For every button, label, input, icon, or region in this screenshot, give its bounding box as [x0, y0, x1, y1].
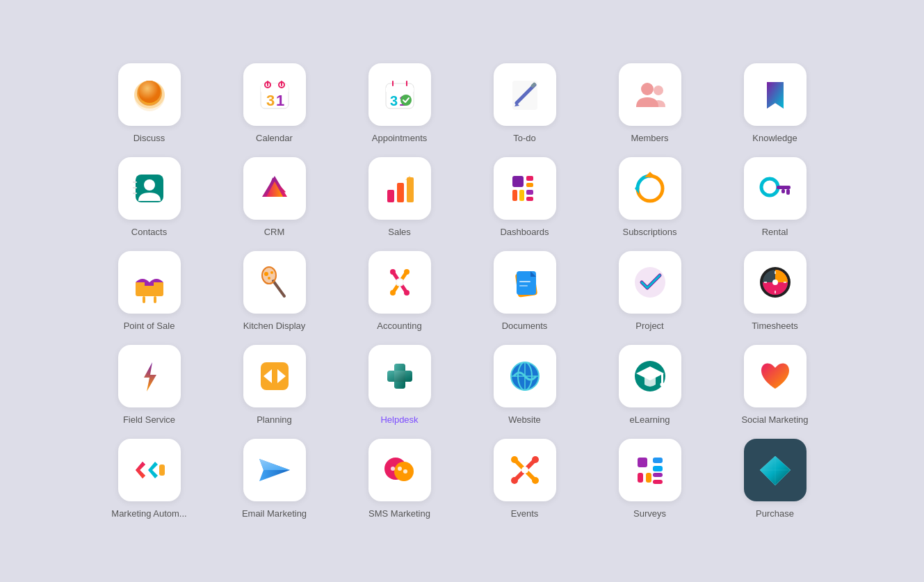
app-label-socialmarketing: Social Marketing [741, 414, 808, 425]
svg-point-59 [268, 277, 270, 280]
svg-rect-97 [159, 464, 165, 476]
svg-point-47 [761, 179, 778, 195]
svg-point-107 [511, 456, 518, 463]
svg-rect-19 [392, 81, 394, 86]
svg-marker-45 [645, 172, 656, 177]
app-icon-emailmarketing [243, 439, 306, 501]
app-label-appointments: Appointments [372, 133, 428, 143]
app-surveys[interactable]: Surveys [594, 439, 706, 519]
app-emailmarketing[interactable]: Email Marketing [219, 439, 330, 519]
app-label-dashboards: Dashboards [500, 227, 549, 237]
app-subscriptions[interactable]: Subscriptions [594, 157, 706, 237]
app-accounting[interactable]: Accounting [344, 251, 455, 331]
app-label-documents: Documents [502, 321, 548, 331]
app-helpdesk[interactable]: Helpdesk [344, 345, 455, 425]
app-rental[interactable]: Rental [720, 157, 831, 237]
app-icon-fieldservice [118, 345, 181, 407]
app-label-accounting: Accounting [377, 321, 421, 331]
app-label-discuss: Discuss [133, 133, 165, 143]
app-icon-planning [243, 345, 306, 407]
app-icon-appointments: 3 1 [368, 63, 431, 126]
app-icon-kitchendisplay [243, 251, 306, 314]
app-pos[interactable]: Point of Sale [94, 251, 205, 331]
svg-rect-118 [653, 480, 663, 484]
app-todo[interactable]: To-do [469, 63, 581, 143]
app-members[interactable]: Members [594, 63, 706, 143]
app-icon-project [619, 251, 681, 314]
svg-rect-87 [387, 371, 412, 382]
app-icon-pos [118, 251, 181, 314]
app-documents[interactable]: Documents [469, 251, 581, 331]
svg-rect-41 [512, 190, 517, 201]
svg-point-25 [641, 83, 654, 95]
svg-rect-52 [136, 282, 163, 286]
svg-rect-50 [781, 189, 785, 193]
svg-rect-36 [397, 183, 404, 202]
svg-point-28 [144, 179, 155, 191]
svg-rect-44 [526, 197, 533, 201]
app-icon-rental [744, 157, 807, 220]
svg-rect-48 [777, 186, 791, 189]
app-icon-documents [494, 251, 556, 314]
app-icon-helpdesk [368, 345, 431, 407]
app-dashboards[interactable]: Dashboards [469, 157, 581, 237]
app-icon-timesheets [744, 251, 807, 314]
svg-point-102 [391, 467, 395, 471]
app-label-marketingautom: Marketing Autom... [111, 508, 186, 519]
app-label-contacts: Contacts [131, 227, 167, 237]
app-crm[interactable]: CRM [219, 157, 330, 237]
svg-rect-49 [786, 189, 790, 195]
app-sales[interactable]: Sales [344, 157, 455, 237]
app-label-website: Website [508, 414, 541, 425]
svg-rect-13 [281, 81, 282, 86]
app-purchase[interactable]: Purchase [720, 439, 831, 519]
app-icon-crm [243, 157, 306, 220]
svg-rect-30 [133, 187, 137, 188]
app-label-todo: To-do [513, 133, 536, 143]
svg-text:3: 3 [390, 93, 398, 108]
app-appointments[interactable]: 3 1 Appointments [344, 63, 455, 143]
svg-rect-39 [526, 176, 533, 181]
svg-rect-114 [653, 466, 663, 471]
app-discuss[interactable]: Discuss [94, 63, 205, 143]
app-timesheets[interactable]: Timesheets [720, 251, 831, 331]
app-website[interactable]: Website [469, 345, 581, 425]
app-project[interactable]: Project [594, 251, 706, 331]
svg-rect-54 [154, 296, 156, 303]
app-icon-subscriptions [619, 157, 681, 220]
app-icon-marketingautom [118, 439, 181, 501]
svg-rect-71 [519, 285, 528, 286]
svg-point-104 [403, 469, 407, 474]
app-elearning[interactable]: eLearning [594, 345, 706, 425]
app-icon-purchase [744, 439, 807, 501]
app-fieldservice[interactable]: Field Service [94, 345, 205, 425]
svg-point-96 [660, 382, 664, 387]
app-label-purchase: Purchase [756, 508, 794, 519]
svg-point-65 [404, 269, 410, 275]
app-socialmarketing[interactable]: Social Marketing [720, 345, 831, 425]
app-marketingautom[interactable]: Marketing Autom... [94, 439, 205, 519]
svg-rect-31 [133, 193, 137, 194]
svg-point-111 [521, 467, 528, 474]
svg-text:1: 1 [276, 92, 284, 109]
app-label-planning: Planning [257, 414, 292, 425]
svg-point-108 [532, 456, 539, 463]
app-kitchendisplay[interactable]: Kitchen Display [219, 251, 330, 331]
app-smsmarketing[interactable]: SMS Marketing [344, 439, 455, 519]
app-icon-members [619, 63, 681, 126]
svg-rect-53 [143, 296, 145, 303]
app-icon-accounting [368, 251, 431, 314]
app-calendar[interactable]: 3 1 Calendar [219, 63, 330, 143]
app-label-project: Project [635, 321, 663, 331]
svg-point-26 [654, 86, 663, 95]
app-icon-elearning [619, 345, 681, 407]
app-knowledge[interactable]: Knowledge [720, 63, 831, 143]
app-events[interactable]: Events [469, 439, 581, 519]
app-contacts[interactable]: Contacts [94, 157, 205, 237]
app-icon-contacts [118, 157, 181, 220]
svg-text:3: 3 [266, 92, 275, 109]
app-label-sales: Sales [388, 227, 411, 237]
app-planning[interactable]: Planning [219, 345, 330, 425]
svg-point-75 [772, 280, 778, 285]
app-icon-smsmarketing [368, 439, 431, 501]
